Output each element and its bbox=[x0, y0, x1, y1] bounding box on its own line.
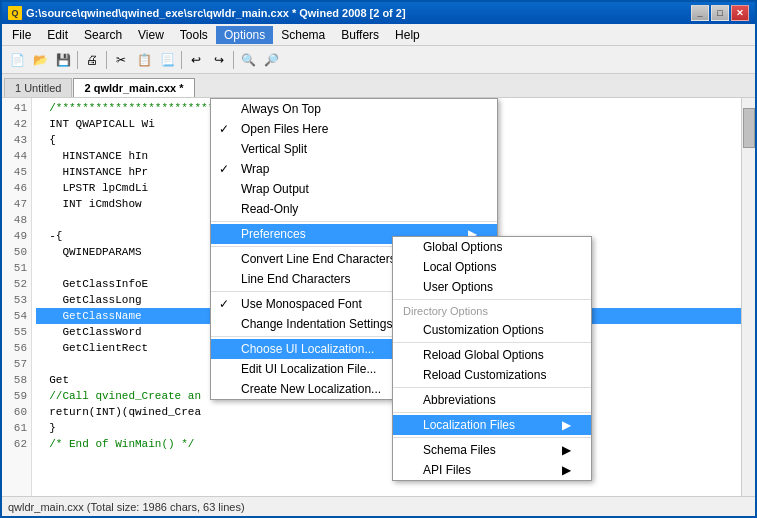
menu-localization-files[interactable]: Localization Files ▶ bbox=[393, 415, 591, 435]
checkmark: ✓ bbox=[219, 297, 229, 311]
editor-area: 4142434445 4647484950 5152535455 5657585… bbox=[2, 98, 755, 496]
menu-wrap[interactable]: ✓ Wrap bbox=[211, 159, 497, 179]
menu-reload-customizations[interactable]: Reload Customizations bbox=[393, 365, 591, 385]
menu-user-options[interactable]: User Options bbox=[393, 277, 591, 297]
menu-vertical-split[interactable]: Vertical Split bbox=[211, 139, 497, 159]
toolbar-separator-3 bbox=[181, 51, 182, 69]
separator bbox=[393, 299, 591, 300]
app-icon: Q bbox=[8, 6, 22, 20]
minimize-button[interactable]: _ bbox=[691, 5, 709, 21]
toolbar-find[interactable]: 🔍 bbox=[237, 49, 259, 71]
separator bbox=[393, 412, 591, 413]
menu-reload-global-options[interactable]: Reload Global Options bbox=[393, 345, 591, 365]
menu-schema[interactable]: Schema bbox=[273, 26, 333, 44]
menu-customization-options[interactable]: Customization Options bbox=[393, 320, 591, 340]
toolbar-separator-4 bbox=[233, 51, 234, 69]
menu-schema-files[interactable]: Schema Files ▶ bbox=[393, 440, 591, 460]
toolbar-copy[interactable]: 📋 bbox=[133, 49, 155, 71]
menu-directory-options: Directory Options bbox=[393, 302, 591, 320]
toolbar-find-next[interactable]: 🔎 bbox=[260, 49, 282, 71]
toolbar-save[interactable]: 💾 bbox=[52, 49, 74, 71]
menu-bar: File Edit Search View Tools Options Sche… bbox=[2, 24, 755, 46]
status-bar: qwldr_main.cxx (Total size: 1986 chars, … bbox=[2, 496, 755, 516]
menu-tools[interactable]: Tools bbox=[172, 26, 216, 44]
title-bar-left: Q G:\source\qwined\qwined_exe\src\qwldr_… bbox=[8, 6, 406, 20]
scrollbar-thumb[interactable] bbox=[743, 108, 755, 148]
tab-untitled[interactable]: 1 Untitled bbox=[4, 78, 72, 97]
menu-view[interactable]: View bbox=[130, 26, 172, 44]
window-title: G:\source\qwined\qwined_exe\src\qwldr_ma… bbox=[26, 7, 406, 19]
toolbar-redo[interactable]: ↪ bbox=[208, 49, 230, 71]
checkmark: ✓ bbox=[219, 162, 229, 176]
menu-global-options[interactable]: Global Options bbox=[393, 237, 591, 257]
menu-local-options[interactable]: Local Options bbox=[393, 257, 591, 277]
maximize-button[interactable]: □ bbox=[711, 5, 729, 21]
toolbar-new[interactable]: 📄 bbox=[6, 49, 28, 71]
toolbar-cut[interactable]: ✂ bbox=[110, 49, 132, 71]
toolbar-print[interactable]: 🖨 bbox=[81, 49, 103, 71]
toolbar-separator-2 bbox=[106, 51, 107, 69]
toolbar-paste[interactable]: 📃 bbox=[156, 49, 178, 71]
separator bbox=[393, 437, 591, 438]
separator bbox=[211, 221, 497, 222]
separator bbox=[393, 387, 591, 388]
submenu-arrow: ▶ bbox=[562, 443, 571, 457]
menu-abbreviations[interactable]: Abbreviations bbox=[393, 390, 591, 410]
menu-api-files[interactable]: API Files ▶ bbox=[393, 460, 591, 480]
directory-options-label: Directory Options bbox=[403, 305, 488, 317]
menu-help[interactable]: Help bbox=[387, 26, 428, 44]
separator bbox=[393, 342, 591, 343]
menu-wrap-output[interactable]: Wrap Output bbox=[211, 179, 497, 199]
title-bar: Q G:\source\qwined\qwined_exe\src\qwldr_… bbox=[2, 2, 755, 24]
line-numbers: 4142434445 4647484950 5152535455 5657585… bbox=[2, 98, 32, 496]
toolbar-open[interactable]: 📂 bbox=[29, 49, 51, 71]
tab-bar: 1 Untitled 2 qwldr_main.cxx * bbox=[2, 74, 755, 98]
menu-file[interactable]: File bbox=[4, 26, 39, 44]
scrollbar-vertical[interactable] bbox=[741, 98, 755, 496]
title-bar-buttons: _ □ ✕ bbox=[691, 5, 749, 21]
submenu-arrow: ▶ bbox=[562, 463, 571, 477]
preferences-submenu: Global Options Local Options User Option… bbox=[392, 236, 592, 481]
toolbar-undo[interactable]: ↩ bbox=[185, 49, 207, 71]
tab-qwldr-main[interactable]: 2 qwldr_main.cxx * bbox=[73, 78, 194, 97]
toolbar-separator-1 bbox=[77, 51, 78, 69]
toolbar: 📄 📂 💾 🖨 ✂ 📋 📃 ↩ ↪ 🔍 🔎 bbox=[2, 46, 755, 74]
close-button[interactable]: ✕ bbox=[731, 5, 749, 21]
main-window: Q G:\source\qwined\qwined_exe\src\qwldr_… bbox=[0, 0, 757, 518]
menu-options[interactable]: Options bbox=[216, 26, 273, 44]
status-text: qwldr_main.cxx (Total size: 1986 chars, … bbox=[8, 501, 245, 513]
menu-buffers[interactable]: Buffers bbox=[333, 26, 387, 44]
checkmark: ✓ bbox=[219, 122, 229, 136]
menu-open-files-here[interactable]: ✓ Open Files Here bbox=[211, 119, 497, 139]
menu-read-only[interactable]: Read-Only bbox=[211, 199, 497, 219]
menu-edit[interactable]: Edit bbox=[39, 26, 76, 44]
menu-search[interactable]: Search bbox=[76, 26, 130, 44]
menu-always-on-top[interactable]: Always On Top bbox=[211, 99, 497, 119]
submenu-arrow: ▶ bbox=[562, 418, 571, 432]
